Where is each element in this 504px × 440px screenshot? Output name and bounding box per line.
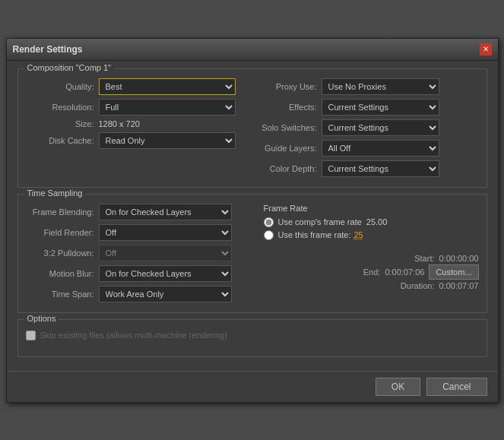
end-row: End: 0:00:07:06 Custom... [264,264,479,280]
quality-row: Quality: Best Draft Wireframe [26,78,249,95]
disk-cache-label: Disk Cache: [26,136,94,145]
comp-right-col: Proxy Use: Use No Proxies Use All Proxie… [256,78,479,181]
quality-label: Quality: [26,82,94,91]
disk-cache-select[interactable]: Read Only Read/Write None [99,132,236,149]
color-depth-label: Color Depth: [256,164,317,173]
solo-switches-row: Solo Switches: Current Settings All Off [256,119,479,136]
guide-layers-row: Guide Layers: All Off All On [256,140,479,157]
render-settings-dialog: Render Settings ✕ Composition "Comp 1" Q… [6,38,499,403]
use-this-rate-radio[interactable] [264,230,274,240]
pulldown-row: 3:2 Pulldown: Off [26,245,249,261]
duration-value: 0:00:07:07 [439,281,479,290]
effects-select[interactable]: Current Settings All On All Off [322,99,439,116]
proxy-use-select[interactable]: Use No Proxies Use All Proxies Use Comp … [322,78,439,95]
resolution-label: Resolution: [26,103,94,112]
frame-blending-row: Frame Blending: On for Checked Layers Of… [26,204,249,220]
quality-select[interactable]: Best Draft Wireframe [99,78,236,95]
time-sampling-left: Frame Blending: On for Checked Layers Of… [26,204,249,306]
resolution-row: Resolution: Full Half Third Quarter Cust… [26,99,249,116]
solo-switches-select[interactable]: Current Settings All Off [322,119,439,136]
frame-blending-label: Frame Blending: [26,207,94,217]
comp-left-col: Quality: Best Draft Wireframe Resolution… [26,78,249,181]
footer-bar: OK Cancel [7,371,498,402]
time-span-row: Time Span: Work Area Only Length of Comp… [26,286,249,302]
motion-blur-label: Motion Blur: [26,269,94,278]
size-value: 1280 x 720 [99,119,140,128]
time-span-label: Time Span: [26,290,94,299]
composition-section: Composition "Comp 1" Quality: Best Draft… [17,68,487,188]
proxy-use-row: Proxy Use: Use No Proxies Use All Proxie… [256,78,479,95]
guide-layers-label: Guide Layers: [256,144,317,153]
size-row: Size: 1280 x 720 [26,119,249,128]
options-section: Options Skip existing files (allows mult… [17,319,487,357]
proxy-use-label: Proxy Use: [256,82,317,91]
composition-section-title: Composition "Comp 1" [24,63,115,72]
field-render-select[interactable]: Off Upper Field First Lower Field First [99,224,232,241]
use-comp-rate-row: Use comp's frame rate 25.00 [264,217,479,227]
time-sampling-grid: Frame Blending: On for Checked Layers Of… [26,204,479,306]
composition-grid: Quality: Best Draft Wireframe Resolution… [26,78,479,181]
field-render-row: Field Render: Off Upper Field First Lowe… [26,224,249,241]
custom-button[interactable]: Custom... [429,264,478,280]
motion-blur-row: Motion Blur: On for Checked Layers Off O… [26,265,249,282]
effects-row: Effects: Current Settings All On All Off [256,99,479,116]
color-depth-row: Color Depth: Current Settings 8 bits per… [256,160,479,177]
frame-rate-col: Frame Rate Use comp's frame rate 25.00 U… [256,204,479,306]
this-rate-value: 25 [353,230,363,239]
size-label: Size: [26,119,94,128]
skip-existing-label: Skip existing files (allows multi-machin… [40,331,227,340]
comp-rate-value: 25.00 [366,217,388,226]
guide-layers-select[interactable]: All Off All On [322,140,439,157]
time-span-select[interactable]: Work Area Only Length of Comp Custom [99,286,232,302]
effects-label: Effects: [256,103,317,112]
pulldown-label: 3:2 Pulldown: [26,248,94,258]
skip-existing-checkbox[interactable] [26,331,36,340]
duration-label: Duration: [401,281,435,290]
field-render-label: Field Render: [26,228,94,237]
use-this-rate-row: Use this frame rate: 25 [264,230,479,240]
resolution-select[interactable]: Full Half Third Quarter Custom [99,99,236,116]
use-comp-rate-radio[interactable] [264,217,274,227]
cancel-button[interactable]: Cancel [426,378,487,396]
time-sampling-section: Time Sampling Frame Blending: On for Che… [17,194,487,313]
use-this-rate-label: Use this frame rate: [278,230,351,239]
frame-blending-select[interactable]: On for Checked Layers Off On for All Lay… [99,204,232,220]
options-section-title: Options [24,314,59,323]
ok-button[interactable]: OK [376,378,420,396]
duration-row: Duration: 0:00:07:07 [264,281,479,290]
dialog-content: Composition "Comp 1" Quality: Best Draft… [7,61,498,371]
end-value: 0:00:07:06 [385,267,424,277]
skip-existing-row: Skip existing files (allows multi-machin… [26,331,479,340]
pulldown-select[interactable]: Off [99,245,232,261]
motion-blur-select[interactable]: On for Checked Layers Off On for All Lay… [99,265,232,282]
disk-cache-row: Disk Cache: Read Only Read/Write None [26,132,249,149]
start-row: Start: 0:00:00:00 [264,254,479,263]
close-button[interactable]: ✕ [480,43,492,55]
start-label: Start: [414,254,434,263]
start-value: 0:00:00:00 [439,254,479,263]
title-bar: Render Settings ✕ [7,39,498,61]
end-label: End: [363,267,381,277]
frame-rate-title: Frame Rate [264,204,479,213]
color-depth-select[interactable]: Current Settings 8 bits per channel 16 b… [322,160,439,177]
time-info-block: Start: 0:00:00:00 End: 0:00:07:06 Custom… [264,254,479,292]
use-comp-rate-label: Use comp's frame rate [278,217,362,226]
solo-switches-label: Solo Switches: [256,123,317,132]
dialog-title: Render Settings [13,44,83,55]
time-sampling-title: Time Sampling [24,188,86,198]
